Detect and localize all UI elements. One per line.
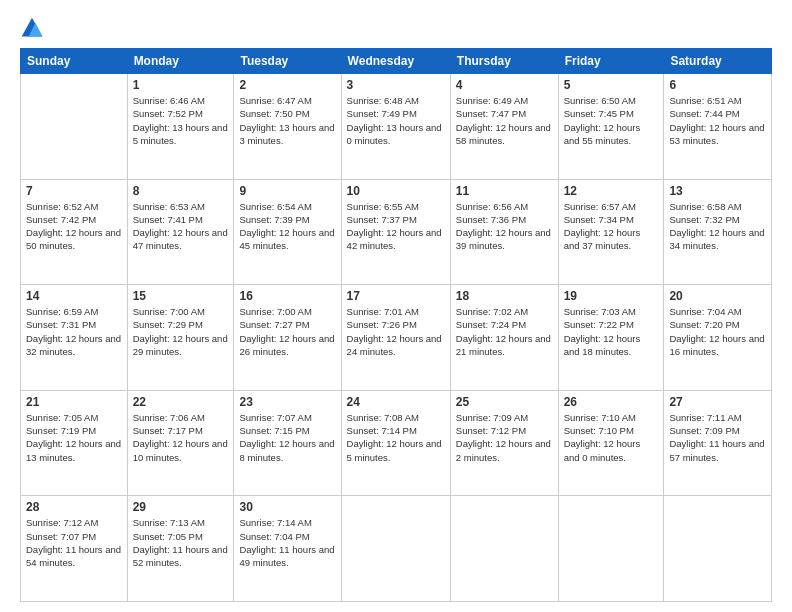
weekday-header-friday: Friday (558, 49, 664, 74)
day-number: 18 (456, 289, 553, 303)
day-cell: 25Sunrise: 7:09 AMSunset: 7:12 PMDayligh… (450, 390, 558, 496)
day-cell (450, 496, 558, 602)
day-info: Sunrise: 6:56 AMSunset: 7:36 PMDaylight:… (456, 200, 553, 253)
week-row-4: 21Sunrise: 7:05 AMSunset: 7:19 PMDayligh… (21, 390, 772, 496)
day-number: 6 (669, 78, 766, 92)
day-cell: 2Sunrise: 6:47 AMSunset: 7:50 PMDaylight… (234, 74, 341, 180)
day-number: 11 (456, 184, 553, 198)
day-info: Sunrise: 7:00 AMSunset: 7:27 PMDaylight:… (239, 305, 335, 358)
day-number: 13 (669, 184, 766, 198)
day-info: Sunrise: 7:09 AMSunset: 7:12 PMDaylight:… (456, 411, 553, 464)
day-info: Sunrise: 7:07 AMSunset: 7:15 PMDaylight:… (239, 411, 335, 464)
calendar-table: SundayMondayTuesdayWednesdayThursdayFrid… (20, 48, 772, 602)
day-info: Sunrise: 7:12 AMSunset: 7:07 PMDaylight:… (26, 516, 122, 569)
day-cell: 29Sunrise: 7:13 AMSunset: 7:05 PMDayligh… (127, 496, 234, 602)
day-info: Sunrise: 7:10 AMSunset: 7:10 PMDaylight:… (564, 411, 659, 464)
day-cell: 18Sunrise: 7:02 AMSunset: 7:24 PMDayligh… (450, 285, 558, 391)
day-cell: 24Sunrise: 7:08 AMSunset: 7:14 PMDayligh… (341, 390, 450, 496)
weekday-header-monday: Monday (127, 49, 234, 74)
day-info: Sunrise: 7:03 AMSunset: 7:22 PMDaylight:… (564, 305, 659, 358)
day-info: Sunrise: 6:59 AMSunset: 7:31 PMDaylight:… (26, 305, 122, 358)
day-number: 16 (239, 289, 335, 303)
day-number: 24 (347, 395, 445, 409)
day-info: Sunrise: 6:52 AMSunset: 7:42 PMDaylight:… (26, 200, 122, 253)
weekday-header-row: SundayMondayTuesdayWednesdayThursdayFrid… (21, 49, 772, 74)
day-cell: 22Sunrise: 7:06 AMSunset: 7:17 PMDayligh… (127, 390, 234, 496)
day-number: 19 (564, 289, 659, 303)
day-number: 3 (347, 78, 445, 92)
day-cell: 9Sunrise: 6:54 AMSunset: 7:39 PMDaylight… (234, 179, 341, 285)
day-info: Sunrise: 7:00 AMSunset: 7:29 PMDaylight:… (133, 305, 229, 358)
day-info: Sunrise: 7:14 AMSunset: 7:04 PMDaylight:… (239, 516, 335, 569)
day-info: Sunrise: 6:51 AMSunset: 7:44 PMDaylight:… (669, 94, 766, 147)
day-cell (558, 496, 664, 602)
day-info: Sunrise: 6:47 AMSunset: 7:50 PMDaylight:… (239, 94, 335, 147)
day-info: Sunrise: 7:01 AMSunset: 7:26 PMDaylight:… (347, 305, 445, 358)
day-number: 29 (133, 500, 229, 514)
day-number: 20 (669, 289, 766, 303)
day-info: Sunrise: 6:57 AMSunset: 7:34 PMDaylight:… (564, 200, 659, 253)
day-cell: 7Sunrise: 6:52 AMSunset: 7:42 PMDaylight… (21, 179, 128, 285)
day-cell (664, 496, 772, 602)
day-number: 7 (26, 184, 122, 198)
day-cell: 27Sunrise: 7:11 AMSunset: 7:09 PMDayligh… (664, 390, 772, 496)
day-number: 10 (347, 184, 445, 198)
day-info: Sunrise: 6:49 AMSunset: 7:47 PMDaylight:… (456, 94, 553, 147)
day-number: 27 (669, 395, 766, 409)
day-number: 5 (564, 78, 659, 92)
week-row-3: 14Sunrise: 6:59 AMSunset: 7:31 PMDayligh… (21, 285, 772, 391)
day-cell: 26Sunrise: 7:10 AMSunset: 7:10 PMDayligh… (558, 390, 664, 496)
day-cell: 6Sunrise: 6:51 AMSunset: 7:44 PMDaylight… (664, 74, 772, 180)
page: SundayMondayTuesdayWednesdayThursdayFrid… (0, 0, 792, 612)
day-cell: 4Sunrise: 6:49 AMSunset: 7:47 PMDaylight… (450, 74, 558, 180)
day-number: 22 (133, 395, 229, 409)
day-cell: 16Sunrise: 7:00 AMSunset: 7:27 PMDayligh… (234, 285, 341, 391)
day-info: Sunrise: 6:55 AMSunset: 7:37 PMDaylight:… (347, 200, 445, 253)
day-cell: 14Sunrise: 6:59 AMSunset: 7:31 PMDayligh… (21, 285, 128, 391)
day-cell (341, 496, 450, 602)
day-number: 23 (239, 395, 335, 409)
day-info: Sunrise: 6:58 AMSunset: 7:32 PMDaylight:… (669, 200, 766, 253)
week-row-2: 7Sunrise: 6:52 AMSunset: 7:42 PMDaylight… (21, 179, 772, 285)
day-cell: 30Sunrise: 7:14 AMSunset: 7:04 PMDayligh… (234, 496, 341, 602)
weekday-header-thursday: Thursday (450, 49, 558, 74)
week-row-1: 1Sunrise: 6:46 AMSunset: 7:52 PMDaylight… (21, 74, 772, 180)
day-info: Sunrise: 6:50 AMSunset: 7:45 PMDaylight:… (564, 94, 659, 147)
day-number: 21 (26, 395, 122, 409)
day-info: Sunrise: 7:11 AMSunset: 7:09 PMDaylight:… (669, 411, 766, 464)
weekday-header-wednesday: Wednesday (341, 49, 450, 74)
day-cell (21, 74, 128, 180)
day-info: Sunrise: 6:53 AMSunset: 7:41 PMDaylight:… (133, 200, 229, 253)
day-number: 12 (564, 184, 659, 198)
day-number: 30 (239, 500, 335, 514)
day-number: 1 (133, 78, 229, 92)
day-cell: 21Sunrise: 7:05 AMSunset: 7:19 PMDayligh… (21, 390, 128, 496)
day-cell: 23Sunrise: 7:07 AMSunset: 7:15 PMDayligh… (234, 390, 341, 496)
day-number: 28 (26, 500, 122, 514)
weekday-header-saturday: Saturday (664, 49, 772, 74)
day-cell: 28Sunrise: 7:12 AMSunset: 7:07 PMDayligh… (21, 496, 128, 602)
day-info: Sunrise: 6:48 AMSunset: 7:49 PMDaylight:… (347, 94, 445, 147)
day-cell: 10Sunrise: 6:55 AMSunset: 7:37 PMDayligh… (341, 179, 450, 285)
day-number: 15 (133, 289, 229, 303)
day-cell: 3Sunrise: 6:48 AMSunset: 7:49 PMDaylight… (341, 74, 450, 180)
day-cell: 1Sunrise: 6:46 AMSunset: 7:52 PMDaylight… (127, 74, 234, 180)
header (20, 16, 772, 40)
day-info: Sunrise: 7:02 AMSunset: 7:24 PMDaylight:… (456, 305, 553, 358)
day-number: 4 (456, 78, 553, 92)
logo-icon (20, 16, 44, 40)
day-info: Sunrise: 7:08 AMSunset: 7:14 PMDaylight:… (347, 411, 445, 464)
day-info: Sunrise: 6:46 AMSunset: 7:52 PMDaylight:… (133, 94, 229, 147)
weekday-header-sunday: Sunday (21, 49, 128, 74)
day-number: 25 (456, 395, 553, 409)
day-number: 17 (347, 289, 445, 303)
logo (20, 16, 48, 40)
day-info: Sunrise: 7:06 AMSunset: 7:17 PMDaylight:… (133, 411, 229, 464)
day-info: Sunrise: 7:13 AMSunset: 7:05 PMDaylight:… (133, 516, 229, 569)
day-cell: 11Sunrise: 6:56 AMSunset: 7:36 PMDayligh… (450, 179, 558, 285)
day-cell: 17Sunrise: 7:01 AMSunset: 7:26 PMDayligh… (341, 285, 450, 391)
day-cell: 13Sunrise: 6:58 AMSunset: 7:32 PMDayligh… (664, 179, 772, 285)
day-number: 26 (564, 395, 659, 409)
day-cell: 5Sunrise: 6:50 AMSunset: 7:45 PMDaylight… (558, 74, 664, 180)
day-cell: 15Sunrise: 7:00 AMSunset: 7:29 PMDayligh… (127, 285, 234, 391)
